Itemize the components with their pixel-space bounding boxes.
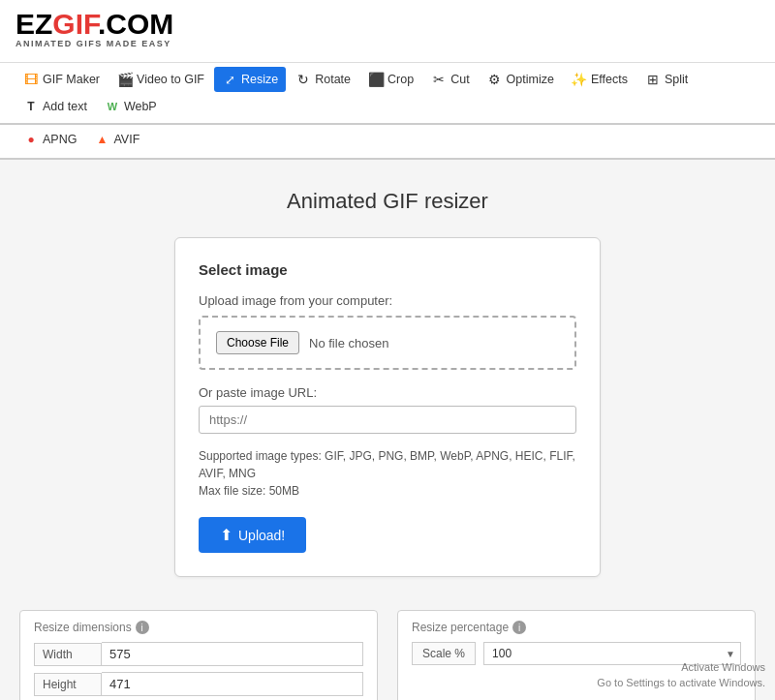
logo: EZGIF.COM ANIMATED GIFS MADE EASY	[16, 10, 760, 48]
resize-icon: ⤢	[222, 72, 237, 87]
height-row: Height	[34, 672, 363, 696]
nav-avif[interactable]: ▲ AVIF	[86, 127, 147, 152]
width-row: Width	[34, 642, 363, 666]
nav-crop[interactable]: ⬛ Crop	[360, 67, 421, 92]
nav-row1: 🎞 GIF Maker 🎬 Video to GIF ⤢ Resize ↻ Ro…	[0, 63, 775, 125]
nav-avif-label: AVIF	[113, 133, 140, 146]
upload-label: Upload image from your computer:	[199, 293, 576, 308]
video-icon: 🎬	[117, 72, 133, 87]
logo-ez: EZ	[16, 8, 52, 40]
split-icon: ⊞	[645, 72, 661, 87]
watermark-line1: Activate Windows	[597, 660, 765, 675]
header: EZGIF.COM ANIMATED GIFS MADE EASY	[0, 0, 775, 63]
nav-video-to-gif[interactable]: 🎬 Video to GIF	[109, 67, 212, 92]
rotate-icon: ↻	[295, 72, 311, 87]
effects-icon: ✨	[572, 72, 587, 87]
nav-cut-label: Cut	[450, 73, 469, 86]
crop-icon: ⬛	[368, 72, 384, 87]
height-input[interactable]	[102, 672, 363, 696]
width-label: Width	[34, 643, 102, 666]
scale-title: Resize percentage i	[412, 621, 741, 634]
choose-file-button[interactable]: Choose File	[216, 331, 299, 354]
upload-button[interactable]: ⬆ Upload!	[199, 517, 306, 553]
cut-icon: ✂	[431, 72, 447, 87]
optimize-icon: ⚙	[487, 72, 503, 87]
nav-crop-label: Crop	[388, 73, 414, 86]
width-input[interactable]	[102, 642, 363, 666]
webp-icon: W	[105, 99, 120, 114]
nav-gif-maker[interactable]: 🎞 GIF Maker	[16, 67, 108, 92]
nav-row2: ● APNG ▲ AVIF	[0, 125, 775, 160]
main-content: Animated GIF resizer Select image Upload…	[0, 160, 775, 606]
url-label: Or paste image URL:	[199, 385, 576, 400]
nav-optimize[interactable]: ⚙ Optimize	[480, 67, 562, 92]
nav-effects[interactable]: ✨ Effects	[564, 67, 636, 92]
nav-gif-maker-label: GIF Maker	[43, 73, 100, 86]
page-title: Animated GIF resizer	[287, 189, 488, 214]
nav-cut[interactable]: ✂ Cut	[423, 67, 477, 92]
file-name-label: No file chosen	[309, 336, 388, 350]
nav-optimize-label: Optimize	[507, 73, 554, 86]
nav-effects-label: Effects	[591, 73, 628, 86]
logo-gif: GIF	[52, 8, 98, 40]
windows-watermark: Activate Windows Go to Settings to activ…	[597, 660, 765, 690]
logo-text: EZGIF.COM	[16, 10, 760, 39]
nav-video-to-gif-label: Video to GIF	[137, 73, 204, 86]
nav-split-label: Split	[665, 73, 688, 86]
addtext-icon: T	[23, 99, 39, 114]
dimensions-info-icon: i	[136, 621, 149, 634]
file-input-area: Choose File No file chosen	[199, 316, 576, 370]
nav-rotate-label: Rotate	[315, 73, 351, 86]
apng-icon: ●	[23, 132, 39, 147]
nav-apng-label: APNG	[43, 133, 77, 146]
scale-info-icon: i	[512, 621, 526, 634]
nav-resize[interactable]: ⤢ Resize	[214, 67, 286, 92]
logo-com: .COM	[98, 8, 173, 40]
select-image-card: Select image Upload image from your comp…	[174, 237, 601, 577]
height-label: Height	[34, 673, 102, 696]
nav-webp[interactable]: W WebP	[97, 94, 165, 119]
card-title: Select image	[199, 261, 576, 278]
watermark-line2: Go to Settings to activate Windows.	[597, 676, 765, 690]
nav-add-text-label: Add text	[43, 100, 87, 113]
nav-split[interactable]: ⊞ Split	[637, 67, 696, 92]
scale-label: Scale %	[412, 642, 476, 665]
nav-add-text[interactable]: T Add text	[16, 94, 95, 119]
supported-types-text: Supported image types: GIF, JPG, PNG, BM…	[199, 447, 576, 500]
url-input[interactable]	[199, 406, 576, 434]
avif-icon: ▲	[94, 132, 109, 147]
gif-icon: 🎞	[23, 72, 39, 87]
upload-button-label: Upload!	[238, 528, 285, 543]
dimensions-title: Resize dimensions i	[34, 621, 363, 634]
logo-subtitle: ANIMATED GIFS MADE EASY	[16, 39, 760, 48]
nav-webp-label: WebP	[124, 100, 157, 113]
nav-resize-label: Resize	[241, 73, 278, 86]
dimensions-panel: Resize dimensions i Width Height	[19, 610, 378, 700]
nav-rotate[interactable]: ↻ Rotate	[288, 67, 358, 92]
upload-icon: ⬆	[220, 526, 232, 544]
nav-apng[interactable]: ● APNG	[16, 127, 84, 152]
